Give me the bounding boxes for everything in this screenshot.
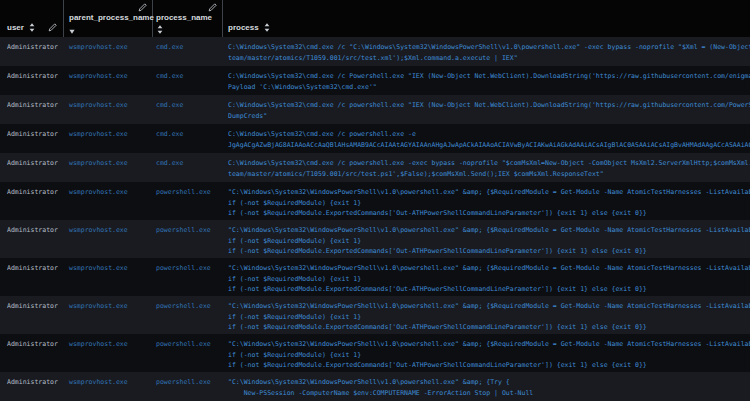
column-header-parent-process-name[interactable]: parent_process_name bbox=[64, 0, 153, 37]
cell-user: Administrator bbox=[0, 153, 64, 182]
process-command-line: if (-not $RequiredModule) {exit 1} bbox=[228, 350, 750, 361]
cell-user: Administrator bbox=[0, 66, 64, 95]
cell-user: Administrator bbox=[0, 220, 64, 258]
column-header-user[interactable]: user bbox=[0, 0, 64, 37]
process-command-line: C:\Windows\System32\cmd.exe /c Powershel… bbox=[228, 71, 750, 82]
process-command-line: if (-not $RequiredModule) {exit 1} bbox=[228, 236, 750, 247]
table-row: Administrator wsmprovhost.exe powershell… bbox=[0, 334, 750, 372]
table-row: Administrator wsmprovhost.exe powershell… bbox=[0, 372, 750, 401]
cell-process-name: cmd.exe bbox=[153, 153, 223, 182]
process-command-line: DumpCreds" bbox=[228, 111, 750, 122]
process-command-line: "C:\Windows\System32\WindowsPowerShell\v… bbox=[228, 187, 750, 198]
cell-parent-process-name: wsmprovhost.exe bbox=[64, 334, 153, 372]
process-command-line: "C:\Windows\System32\WindowsPowerShell\v… bbox=[228, 263, 750, 274]
cell-process: "C:\Windows\System32\WindowsPowerShell\v… bbox=[223, 258, 750, 296]
column-header-process[interactable]: process bbox=[223, 0, 750, 37]
cell-process-name: powershell.exe bbox=[153, 372, 223, 401]
sort-asc-desc-icon[interactable] bbox=[157, 25, 163, 34]
cell-process: "C:\Windows\System32\WindowsPowerShell\v… bbox=[223, 182, 750, 220]
cell-user: Administrator bbox=[0, 182, 64, 220]
cell-process: "C:\Windows\System32\WindowsPowerShell\v… bbox=[223, 372, 750, 401]
cell-user: Administrator bbox=[0, 334, 64, 372]
process-command-line: C:\Windows\System32\cmd.exe /c powershel… bbox=[228, 129, 750, 140]
sort-asc-desc-icon[interactable] bbox=[264, 23, 270, 32]
table-row: Administrator wsmprovhost.exe powershell… bbox=[0, 296, 750, 334]
pencil-icon[interactable] bbox=[48, 23, 57, 32]
process-command-line: "C:\Windows\System32\WindowsPowerShell\v… bbox=[228, 377, 750, 388]
process-command-line: team/master/atomics/T1059.001/src/test.x… bbox=[228, 53, 750, 64]
cell-process-name: powershell.exe bbox=[153, 296, 223, 334]
process-command-line: Payload 'C:\Windows\System32\cmd.exe'" bbox=[228, 82, 750, 93]
process-command-line: "C:\Windows\System32\WindowsPowerShell\v… bbox=[228, 301, 750, 312]
cell-parent-process-name: wsmprovhost.exe bbox=[64, 296, 153, 334]
cell-user: Administrator bbox=[0, 124, 64, 153]
process-command-line: if (-not $RequiredModule.ExportedCommand… bbox=[228, 284, 750, 295]
cell-parent-process-name: wsmprovhost.exe bbox=[64, 258, 153, 296]
process-command-line: JgAgACgAZwBjAG8AIAAoACcAaQBlAHsAMAB9ACcA… bbox=[228, 140, 750, 151]
cell-parent-process-name: wsmprovhost.exe bbox=[64, 372, 153, 401]
column-label-user: user bbox=[7, 23, 24, 32]
table-row: Administrator wsmprovhost.exe powershell… bbox=[0, 258, 750, 296]
cell-parent-process-name: wsmprovhost.exe bbox=[64, 124, 153, 153]
process-command-line: if (-not $RequiredModule.ExportedCommand… bbox=[228, 246, 750, 257]
process-command-line: if (-not $RequiredModule) {exit 1} bbox=[228, 312, 750, 323]
column-header-process-name[interactable]: process_name bbox=[153, 0, 223, 37]
process-command-line: C:\Windows\System32\cmd.exe /c powershel… bbox=[228, 158, 750, 169]
cell-process-name: powershell.exe bbox=[153, 258, 223, 296]
cell-process: "C:\Windows\System32\WindowsPowerShell\v… bbox=[223, 334, 750, 372]
cell-parent-process-name: wsmprovhost.exe bbox=[64, 37, 153, 66]
cell-user: Administrator bbox=[0, 37, 64, 66]
column-label-process: process bbox=[228, 23, 259, 32]
table-header: user parent_process_name process_name bbox=[0, 0, 750, 37]
table-row: Administrator wsmprovhost.exe powershell… bbox=[0, 220, 750, 258]
cell-process: C:\Windows\System32\cmd.exe /c powershel… bbox=[223, 124, 750, 153]
cell-process: C:\Windows\System32\cmd.exe /c Powershel… bbox=[223, 66, 750, 95]
process-command-line: C:\Windows\System32\cmd.exe /c powershel… bbox=[228, 100, 750, 111]
cell-process-name: cmd.exe bbox=[153, 66, 223, 95]
column-label-process-name: process_name bbox=[156, 13, 212, 22]
table-row: Administrator wsmprovhost.exe cmd.exe C:… bbox=[0, 153, 750, 182]
cell-process-name: powershell.exe bbox=[153, 334, 223, 372]
process-command-line: "C:\Windows\System32\WindowsPowerShell\v… bbox=[228, 339, 750, 350]
cell-process-name: cmd.exe bbox=[153, 124, 223, 153]
cell-parent-process-name: wsmprovhost.exe bbox=[64, 220, 153, 258]
process-command-line: if (-not $RequiredModule.ExportedCommand… bbox=[228, 322, 750, 333]
cell-parent-process-name: wsmprovhost.exe bbox=[64, 66, 153, 95]
table-row: Administrator wsmprovhost.exe cmd.exe C:… bbox=[0, 95, 750, 124]
cell-process-name: cmd.exe bbox=[153, 95, 223, 124]
cell-parent-process-name: wsmprovhost.exe bbox=[64, 182, 153, 220]
sort-desc-icon[interactable] bbox=[69, 29, 75, 34]
cell-user: Administrator bbox=[0, 296, 64, 334]
table-body: Administrator wsmprovhost.exe cmd.exe C:… bbox=[0, 37, 750, 401]
process-events-table: user parent_process_name process_name bbox=[0, 0, 750, 401]
table-row: Administrator wsmprovhost.exe cmd.exe C:… bbox=[0, 66, 750, 95]
process-command-line: New-PSSession -ComputerName $env:COMPUTE… bbox=[228, 388, 750, 399]
cell-process: "C:\Windows\System32\WindowsPowerShell\v… bbox=[223, 220, 750, 258]
process-command-line: team/master/atomics/T1059.001/src/test.p… bbox=[228, 169, 750, 180]
pencil-icon[interactable] bbox=[138, 3, 147, 12]
cell-process-name: powershell.exe bbox=[153, 182, 223, 220]
cell-parent-process-name: wsmprovhost.exe bbox=[64, 153, 153, 182]
process-command-line: if (-not $RequiredModule) {exit 1} bbox=[228, 198, 750, 209]
table-row: Administrator wsmprovhost.exe cmd.exe C:… bbox=[0, 37, 750, 66]
cell-user: Administrator bbox=[0, 95, 64, 124]
cell-user: Administrator bbox=[0, 258, 64, 296]
pencil-icon[interactable] bbox=[208, 3, 217, 12]
table-row: Administrator wsmprovhost.exe cmd.exe C:… bbox=[0, 124, 750, 153]
cell-user: Administrator bbox=[0, 372, 64, 401]
cell-process: C:\Windows\System32\cmd.exe /c powershel… bbox=[223, 95, 750, 124]
process-command-line: if (-not $RequiredModule.ExportedCommand… bbox=[228, 360, 750, 371]
cell-parent-process-name: wsmprovhost.exe bbox=[64, 95, 153, 124]
column-label-parent-process-name: parent_process_name bbox=[69, 13, 154, 22]
cell-process-name: cmd.exe bbox=[153, 37, 223, 66]
table-row: Administrator wsmprovhost.exe powershell… bbox=[0, 182, 750, 220]
process-command-line: C:\Windows\System32\cmd.exe /c "C:\Windo… bbox=[228, 42, 750, 53]
cell-process-name: powershell.exe bbox=[153, 220, 223, 258]
process-command-line: if (-not $RequiredModule) {exit 1} bbox=[228, 274, 750, 285]
cell-process: "C:\Windows\System32\WindowsPowerShell\v… bbox=[223, 296, 750, 334]
cell-process: C:\Windows\System32\cmd.exe /c powershel… bbox=[223, 153, 750, 182]
cell-process: C:\Windows\System32\cmd.exe /c "C:\Windo… bbox=[223, 37, 750, 66]
process-command-line: "C:\Windows\System32\WindowsPowerShell\v… bbox=[228, 225, 750, 236]
sort-asc-desc-icon[interactable] bbox=[29, 23, 35, 32]
process-command-line: if (-not $RequiredModule.ExportedCommand… bbox=[228, 208, 750, 219]
